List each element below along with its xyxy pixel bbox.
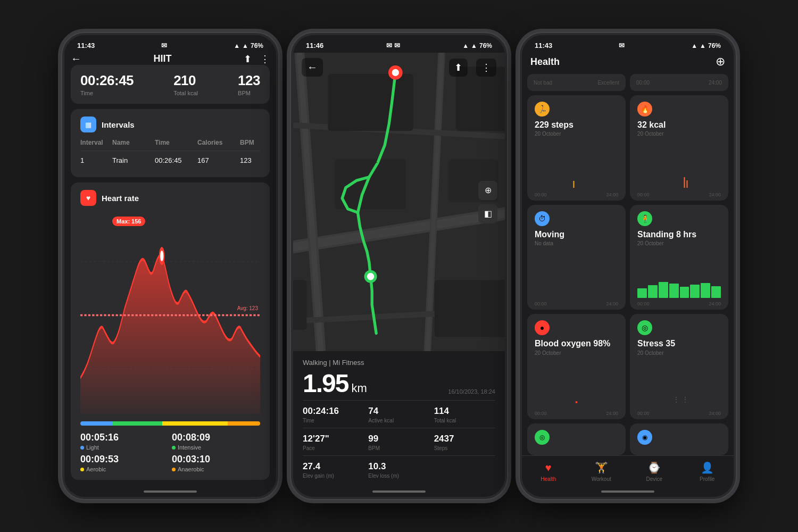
stat-time-label: Time [80, 90, 134, 96]
w-stat-elev-loss: 10.3 Elev loss (m) [368, 461, 429, 479]
share-icon-1[interactable]: ⬆ [244, 53, 252, 65]
col-calories: Calories [197, 139, 240, 146]
status-bar-1: 11:43 ✉ ▲ ▲ 76% [64, 35, 276, 53]
device-nav-icon: ⌚ [647, 461, 661, 474]
back-button-2[interactable]: ← [302, 58, 323, 77]
health-card-standing[interactable]: 🧍 Standing 8 hrs 20 October [630, 205, 728, 310]
layers-button[interactable]: ◧ [478, 204, 497, 223]
w-stat-active-kcal: 74 Active kcal [368, 406, 429, 423]
stat-time: 00:26:45 Time [80, 72, 134, 96]
blood-oxygen-date: 20 October [535, 350, 618, 356]
zone-aerobic-time: 00:09:53 [80, 454, 169, 465]
extra-icon-2: ◉ [637, 430, 652, 445]
mail-icon-2: ✉ ✉ [386, 41, 400, 49]
moving-chart [535, 282, 618, 298]
hiit-stats-card: 00:26:45 Time 210 Total kcal 123 BPM [71, 65, 270, 104]
sleep-excellent: Excellent [597, 80, 619, 86]
col-bpm: BPM [240, 139, 272, 146]
row-name: Train [112, 156, 155, 164]
home-indicator-2 [293, 486, 505, 497]
time-2: 11:46 [306, 41, 323, 49]
heart-chart: Max: 156 [80, 217, 260, 414]
w-stat-total-kcal: 114 Total kcal [434, 406, 495, 423]
zone-aerobic-dot [80, 468, 84, 471]
map-controls: ⊕ ◧ [478, 181, 497, 223]
svg-point-23 [367, 273, 374, 280]
more-icon-1[interactable]: ⋮ [260, 53, 270, 65]
standing-icon: 🧍 [637, 211, 652, 226]
more-icon-2[interactable]: ⋮ [476, 59, 496, 77]
health-card-kcal[interactable]: 🔥 32 kcal 20 October 00:00 24:00 [630, 95, 728, 201]
home-bar-3 [601, 491, 654, 493]
extra-card-2[interactable]: ◉ [630, 423, 728, 455]
home-bar-2 [372, 491, 426, 493]
nav-health[interactable]: ♥ Health [522, 462, 575, 482]
map-svg [293, 53, 505, 351]
w-stat-pace: 12'27" Pace [303, 434, 364, 451]
sleep-time-card: 00:00 24:00 [630, 74, 728, 91]
standing-value: Standing 8 hrs [637, 229, 721, 239]
phones-container: 11:43 ✉ ▲ ▲ 76% ← HIIT ⬆ ⋮ [0, 0, 798, 532]
health-card-steps[interactable]: 🏃 229 steps 20 October 00:00 24:00 [527, 95, 626, 201]
kcal-chart [637, 173, 721, 189]
moving-date: No data [535, 240, 618, 246]
stat-bpm: 123 BPM [238, 72, 260, 96]
moving-icon: ⏱ [535, 211, 550, 226]
stress-times: 00:00 24:00 [637, 411, 721, 416]
w-stat-bpm: 99 BPM [368, 434, 429, 451]
nav-profile[interactable]: 👤 Profile [681, 461, 734, 482]
health-card-moving[interactable]: ⏱ Moving No data 00:00 24:00 [527, 205, 626, 310]
table-row: 1 Train 00:26:45 167 123 [80, 151, 260, 170]
profile-nav-label: Profile [700, 476, 714, 482]
svg-point-4 [160, 249, 164, 263]
zones-grid: 00:05:16 Light 00:08:09 Intensive [80, 432, 260, 472]
zone-anaerobic-bar [228, 421, 260, 426]
steps-chart [535, 173, 618, 189]
intervals-icon: ▦ [80, 117, 96, 132]
map-header: ← ⬆ ⋮ [293, 53, 505, 82]
blood-oxygen-icon: ● [535, 320, 550, 335]
header-icons-1: ⬆ ⋮ [244, 53, 270, 65]
intervals-title: Intervals [102, 120, 135, 129]
heart-chart-svg [80, 217, 260, 414]
zone-intensive-dot [172, 446, 176, 450]
health-card-stress[interactable]: ◎ Stress 35 20 October ⋮ ⋮ 00:00 24:00 [630, 314, 728, 419]
add-button[interactable]: ⊕ [716, 55, 725, 69]
location-button[interactable]: ⊕ [478, 181, 497, 200]
hiit-header: ← HIIT ⬆ ⋮ [64, 53, 276, 65]
row-calories: 167 [197, 156, 240, 164]
col-interval: Interval [80, 139, 112, 146]
hiit-screen: 11:43 ✉ ▲ ▲ 76% ← HIIT ⬆ ⋮ [64, 35, 276, 497]
home-bar-1 [144, 491, 197, 493]
intervals-table-header: Interval Name Time Calories BPM [80, 139, 260, 151]
extra-card-1[interactable]: ◎ [527, 423, 626, 455]
stat-time-value: 00:26:45 [80, 72, 134, 89]
map-area[interactable]: ← ⬆ ⋮ [293, 53, 505, 351]
health-nav-label: Health [541, 476, 556, 482]
sleep-row: Not bad Excellent 00:00 24:00 [522, 74, 734, 91]
health-header: Health ⊕ [522, 53, 734, 74]
map-header-icons: ⬆ ⋮ [449, 59, 496, 77]
workout-nav-label: Workout [592, 476, 611, 482]
back-button-1[interactable]: ← [71, 53, 81, 65]
phone-hiit: 11:43 ✉ ▲ ▲ 76% ← HIIT ⬆ ⋮ [61, 32, 279, 500]
nav-workout[interactable]: 🏋 Workout [575, 461, 628, 482]
health-title: Health [530, 56, 560, 68]
zone-intensive-time: 00:08:09 [172, 432, 260, 443]
zone-intensive-label: Intensive [172, 444, 260, 451]
stat-kcal: 210 Total kcal [173, 72, 198, 96]
stress-icon: ◎ [637, 320, 652, 335]
w-stat-time: 00:24:16 Time [303, 406, 364, 423]
col-name: Name [112, 139, 155, 146]
zone-anaerobic: 00:03:10 Anaerobic [172, 454, 260, 472]
signal-3: ▲ [700, 42, 706, 49]
phone-health: 11:43 ✉ ▲ ▲ 76% Health ⊕ Not bad [519, 32, 737, 500]
health-card-blood-oxygen[interactable]: ● Blood oxygen 98% 20 October 00:00 24:0… [527, 314, 626, 419]
kcal-icon: 🔥 [637, 102, 652, 117]
nav-device[interactable]: ⌚ Device [628, 461, 681, 482]
zone-light-bar [80, 421, 113, 426]
share-icon-2[interactable]: ⬆ [449, 59, 468, 77]
map-screen: 11:46 ✉ ✉ ▲ ▲ 76% ← ⬆ ⋮ [293, 35, 505, 497]
steps-times: 00:00 24:00 [535, 192, 618, 197]
zone-light-dot [80, 446, 84, 450]
